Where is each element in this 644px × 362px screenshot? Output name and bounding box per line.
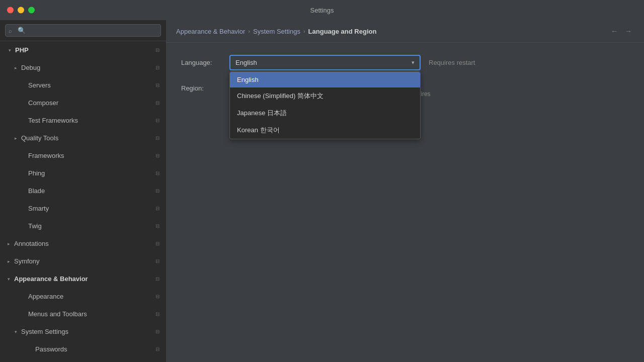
- sidebar-label-servers: Servers: [28, 81, 154, 89]
- sidebar-item-appearance[interactable]: Appearance ⊟: [0, 288, 166, 305]
- search-wrapper: ⌕: [5, 24, 161, 37]
- chevron-debug: [12, 64, 19, 71]
- save-icon-test-frameworks: ⊟: [154, 117, 161, 124]
- nav-arrows: ← →: [609, 26, 634, 36]
- breadcrumb-sep-1: ›: [248, 28, 250, 34]
- sidebar-label-test-frameworks: Test Frameworks: [28, 117, 154, 124]
- chevron-symfony: [5, 258, 12, 265]
- sidebar-label-phing: Phing: [28, 169, 154, 177]
- sidebar-content: PHP ⊟ Debug ⊟ Servers ⊟: [0, 41, 166, 362]
- sidebar-label-appearance: Appearance: [28, 293, 154, 300]
- sidebar-label-smarty: Smarty: [28, 205, 154, 212]
- dropdown-chevron-icon: ▾: [412, 59, 415, 66]
- sidebar-label-twig: Twig: [28, 222, 154, 230]
- content-area: Appearance & Behavior › System Settings …: [166, 20, 644, 362]
- sidebar: ⌕ PHP ⊟ Debug ⊟: [0, 20, 166, 362]
- save-icon-blade: ⊟: [154, 188, 161, 195]
- sidebar-label-blade: Blade: [28, 187, 154, 195]
- sidebar-label-frameworks: Frameworks: [28, 152, 154, 159]
- save-icon-system-settings: ⊟: [154, 328, 161, 335]
- sidebar-item-symfony[interactable]: Symfony ⊟: [0, 252, 166, 270]
- maximize-button[interactable]: [28, 7, 35, 14]
- save-icon-debug: ⊟: [154, 64, 161, 71]
- sidebar-item-annotations[interactable]: Annotations ⊟: [0, 235, 166, 252]
- sidebar-item-menus-toolbars[interactable]: Menus and Toolbars ⊟: [0, 305, 166, 323]
- save-icon-php: ⊟: [154, 47, 161, 54]
- sidebar-item-passwords[interactable]: Passwords ⊟: [0, 340, 166, 358]
- close-button[interactable]: [7, 7, 14, 14]
- sidebar-label-system-settings: System Settings: [21, 328, 154, 335]
- main-layout: ⌕ PHP ⊟ Debug ⊟: [0, 20, 644, 362]
- window-title: Settings: [310, 7, 334, 14]
- chevron-system-settings: [12, 328, 19, 335]
- save-icon-symfony: ⊟: [154, 258, 161, 265]
- save-icon-servers: ⊟: [154, 82, 161, 89]
- save-icon-menus-toolbars: ⊟: [154, 311, 161, 318]
- language-dropdown-wrapper: English ▾ English Chinese (Simplified) 简…: [229, 55, 421, 70]
- sidebar-item-twig[interactable]: Twig ⊟: [0, 217, 166, 235]
- breadcrumb-appearance-behavior[interactable]: Appearance & Behavior: [176, 28, 245, 35]
- sidebar-item-blade[interactable]: Blade ⊟: [0, 182, 166, 200]
- save-icon-twig: ⊟: [154, 223, 161, 230]
- save-icon-composer: ⊟: [154, 100, 161, 107]
- minimize-button[interactable]: [18, 7, 24, 14]
- sidebar-label-php: PHP: [15, 46, 154, 54]
- language-dropdown[interactable]: English ▾: [229, 55, 421, 70]
- breadcrumb-sep-2: ›: [303, 28, 305, 34]
- sidebar-label-menus-toolbars: Menus and Toolbars: [28, 310, 154, 318]
- nav-back-arrow[interactable]: ←: [609, 26, 620, 36]
- language-dropdown-menu: English Chinese (Simplified) 简体中文 Japane…: [229, 71, 421, 139]
- language-option-korean[interactable]: Korean 한국어: [230, 122, 420, 139]
- sidebar-item-http-proxy[interactable]: HTTP Proxy ⊟: [0, 358, 166, 362]
- chevron-appearance-behavior: [5, 276, 12, 283]
- sidebar-item-system-settings[interactable]: System Settings ⊟: [0, 323, 166, 340]
- search-bar: ⌕: [0, 20, 166, 41]
- save-icon-annotations: ⊟: [154, 240, 161, 247]
- language-selected-value: English: [235, 59, 257, 66]
- sidebar-label-debug: Debug: [21, 64, 154, 71]
- sidebar-item-appearance-behavior[interactable]: Appearance & Behavior ⊟: [0, 270, 166, 288]
- language-option-japanese[interactable]: Japanese 日本語: [230, 105, 420, 122]
- breadcrumb: Appearance & Behavior › System Settings …: [166, 20, 644, 43]
- window-controls: [7, 7, 35, 14]
- region-label: Region:: [181, 84, 221, 92]
- sidebar-label-appearance-behavior: Appearance & Behavior: [14, 275, 154, 283]
- save-icon-smarty: ⊟: [154, 205, 161, 212]
- save-icon-passwords: ⊟: [154, 346, 161, 353]
- search-icon: ⌕: [9, 28, 12, 34]
- sidebar-item-smarty[interactable]: Smarty ⊟: [0, 200, 166, 217]
- save-icon-quality-tools: ⊟: [154, 135, 161, 142]
- title-bar: Settings: [0, 0, 644, 20]
- search-input[interactable]: [5, 24, 161, 37]
- sidebar-item-frameworks[interactable]: Frameworks ⊟: [0, 147, 166, 164]
- sidebar-item-php[interactable]: PHP ⊟: [0, 41, 166, 59]
- language-row: Language: English ▾ English Chinese (Sim…: [181, 55, 629, 70]
- chevron-php: [6, 47, 13, 54]
- language-label: Language:: [181, 59, 221, 66]
- content-body: Language: English ▾ English Chinese (Sim…: [166, 43, 644, 362]
- sidebar-item-composer[interactable]: Composer ⊟: [0, 94, 166, 112]
- sidebar-item-servers[interactable]: Servers ⊟: [0, 76, 166, 94]
- sidebar-item-test-frameworks[interactable]: Test Frameworks ⊟: [0, 112, 166, 129]
- chevron-annotations: [5, 240, 12, 247]
- sidebar-item-debug[interactable]: Debug ⊟: [0, 59, 166, 76]
- language-option-chinese[interactable]: Chinese (Simplified) 简体中文: [230, 87, 420, 105]
- breadcrumb-system-settings[interactable]: System Settings: [253, 28, 300, 35]
- chevron-quality-tools: [12, 135, 19, 142]
- sidebar-label-passwords: Passwords: [35, 345, 154, 353]
- save-icon-appearance-behavior: ⊟: [154, 276, 161, 283]
- breadcrumb-language-region[interactable]: Language and Region: [308, 28, 377, 35]
- sidebar-item-quality-tools[interactable]: Quality Tools ⊟: [0, 129, 166, 147]
- sidebar-item-phing[interactable]: Phing ⊟: [0, 164, 166, 182]
- save-icon-phing: ⊟: [154, 170, 161, 177]
- save-icon-frameworks: ⊟: [154, 152, 161, 159]
- sidebar-label-composer: Composer: [28, 99, 154, 107]
- sidebar-label-annotations: Annotations: [14, 240, 154, 247]
- sidebar-label-symfony: Symfony: [14, 257, 154, 265]
- requires-restart-label: Requires restart: [429, 59, 475, 66]
- sidebar-label-quality-tools: Quality Tools: [21, 134, 154, 142]
- save-icon-appearance: ⊟: [154, 293, 161, 300]
- nav-forward-arrow[interactable]: →: [623, 26, 634, 36]
- language-option-english[interactable]: English: [230, 72, 420, 87]
